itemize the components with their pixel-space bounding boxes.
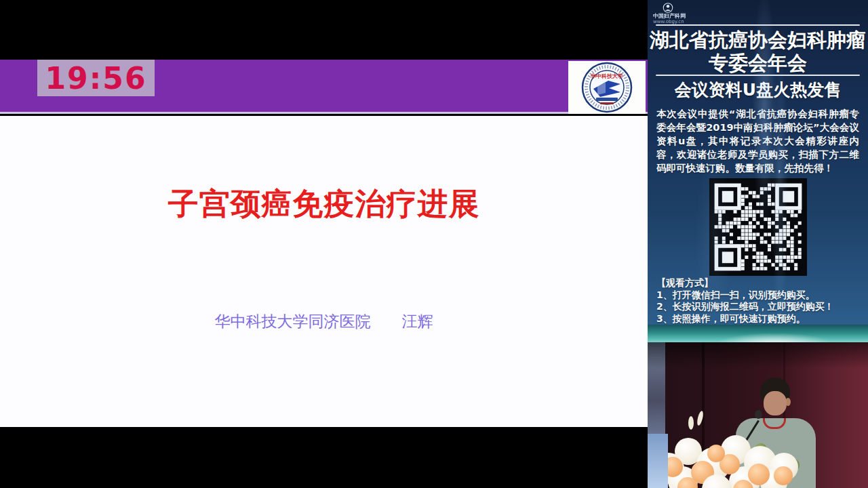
obgyn-network-icon: [663, 3, 673, 13]
watch-step-3: 3、按照操作，即可快速订购预约。: [656, 313, 859, 325]
microphone-icon: [755, 410, 762, 419]
usb-sale-subtitle: 会议资料U盘火热发售: [648, 80, 868, 100]
slide-content: 子宫颈癌免疫治疗进展 华中科技大学同济医院 汪辉: [0, 116, 648, 427]
qr-code: [709, 178, 807, 276]
timer-value: 19:56: [45, 61, 146, 96]
sidebar: 中国妇产科网 www.obgy.cn 湖北省抗癌协会妇科肿瘤 专委会年会 会议资…: [648, 0, 868, 488]
stage-blue-corner: [648, 434, 668, 488]
countdown-timer: 19:56: [37, 60, 155, 96]
speaker-video-feed: [648, 342, 868, 488]
conference-title: 湖北省抗癌协会妇科肿瘤 专委会年会: [648, 28, 868, 75]
qr-code-canvas: [711, 180, 806, 274]
usb-description: 本次会议中提供“湖北省抗癌协会妇科肿瘤专委会年会暨2019中南妇科肿瘤论坛”大会…: [648, 103, 868, 175]
speaker-face: [764, 391, 787, 415]
emblem-calligraphy: 华中科技大学: [590, 73, 623, 79]
slide-panel: 19:56 华中科技大学 子宫颈癌免疫治疗进展 华中科技大学同济医院 汪辉: [0, 0, 648, 488]
slide-title: 子宫颈癌免疫治疗进展: [0, 184, 648, 224]
conference-title-line1: 湖北省抗癌协会妇科肿瘤: [648, 28, 868, 52]
hust-emblem-icon: 华中科技大学: [570, 62, 644, 113]
flower-bouquet: [653, 427, 809, 488]
brand-block: 中国妇产科网 www.obgy.cn: [648, 0, 868, 24]
conference-title-line2: 专委会年会: [648, 52, 868, 75]
divider-middle: [656, 75, 860, 76]
divider-top: [656, 24, 860, 26]
university-logo: 华中科技大学: [568, 61, 646, 114]
slide-author-line: 华中科技大学同济医院 汪辉: [0, 311, 648, 332]
watch-step-1: 1、打开微信扫一扫，识别预约购买。: [656, 289, 859, 302]
brand-name: 中国妇产科网: [653, 13, 686, 19]
watch-method-heading: 【观看方式】: [656, 277, 859, 289]
livestream-frame: 19:56 华中科技大学 子宫颈癌免疫治疗进展 华中科技大学同济医院 汪辉: [0, 0, 868, 488]
horizon-glow-decor: [648, 325, 868, 342]
brand-url: www.obgy.cn: [653, 19, 684, 24]
promo-poster: 中国妇产科网 www.obgy.cn 湖北省抗癌协会妇科肿瘤 专委会年会 会议资…: [648, 0, 868, 342]
watch-step-2: 2、长按识别海报二维码，立即预约购买！: [656, 301, 859, 313]
slide-header-bar: 19:56 华中科技大学: [0, 60, 648, 114]
